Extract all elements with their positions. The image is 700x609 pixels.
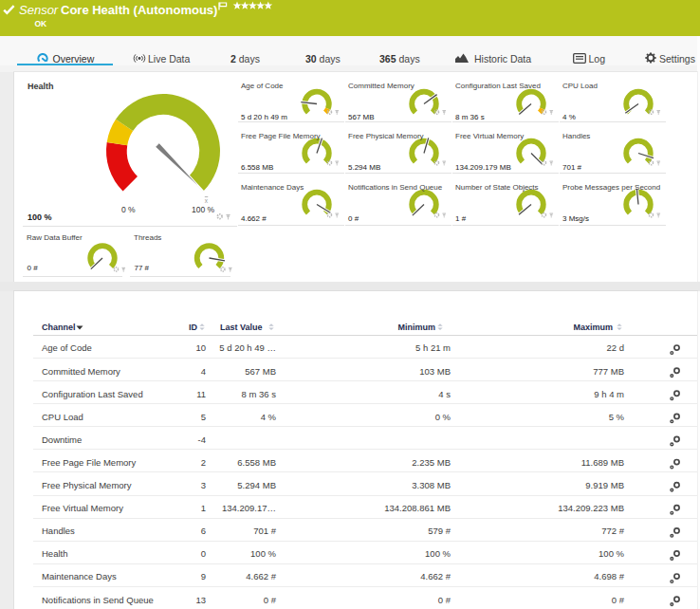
svg-text:x: x — [205, 197, 209, 204]
